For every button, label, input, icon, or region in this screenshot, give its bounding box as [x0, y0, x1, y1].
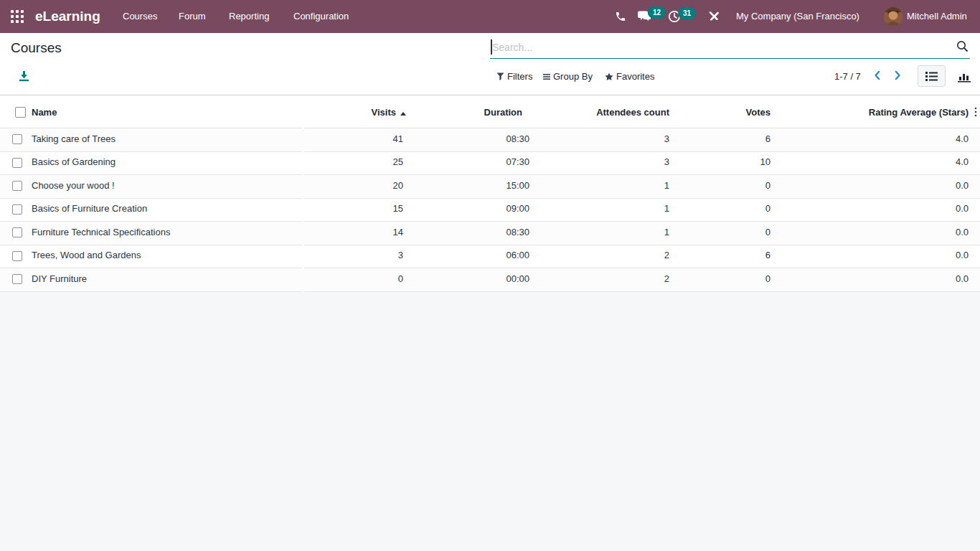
- row-votes: 10: [672, 152, 773, 176]
- row-checkbox[interactable]: [12, 251, 22, 261]
- app-brand[interactable]: eLearning: [35, 0, 100, 33]
- favorites-button[interactable]: Favorites: [605, 68, 654, 85]
- pager-next-icon[interactable]: [894, 70, 901, 80]
- row-duration: 09:00: [406, 199, 532, 222]
- column-header-attendees[interactable]: Attendees count: [532, 95, 672, 128]
- optional-columns-toggle[interactable]: [971, 95, 980, 128]
- row-rating: 0.0: [773, 199, 971, 222]
- row-attendees: 1: [532, 222, 672, 245]
- row-votes: 6: [672, 128, 773, 152]
- row-visits: 41: [304, 128, 406, 152]
- table-row[interactable]: Basics of Gardening2507:303104.0: [0, 152, 980, 176]
- column-header-duration[interactable]: Duration: [406, 95, 532, 128]
- row-visits: 15: [304, 199, 406, 222]
- row-checkbox-cell: [0, 128, 29, 152]
- row-votes: 6: [672, 245, 773, 269]
- chart-view-button[interactable]: [954, 65, 974, 87]
- filter-icon: [496, 72, 504, 81]
- column-header-visits[interactable]: Visits: [304, 95, 406, 128]
- row-trailing-cell: [971, 175, 980, 199]
- pager-prev-icon[interactable]: [874, 70, 881, 80]
- row-votes: 0: [672, 175, 773, 199]
- table-header-row: Name Visits Duration Attendees count Vot…: [0, 95, 980, 128]
- row-trailing-cell: [971, 199, 980, 222]
- row-checkbox[interactable]: [12, 181, 22, 191]
- row-rating: 4.0: [773, 152, 971, 176]
- row-checkbox[interactable]: [12, 158, 22, 168]
- row-attendees: 2: [532, 268, 672, 292]
- row-checkbox-cell: [0, 199, 29, 222]
- nav-menu-forum[interactable]: Forum: [179, 0, 206, 33]
- messages-badge[interactable]: 12: [648, 6, 666, 19]
- export-download-icon[interactable]: [19, 70, 29, 82]
- tools-icon[interactable]: [709, 11, 719, 22]
- groupby-button[interactable]: Group By: [543, 68, 593, 85]
- row-duration: 06:00: [406, 245, 532, 269]
- row-attendees: 2: [532, 245, 672, 269]
- nav-menu-configuration[interactable]: Configuration: [293, 0, 349, 33]
- table-row[interactable]: Trees, Wood and Gardens306:00260.0: [0, 245, 980, 269]
- row-trailing-cell: [971, 128, 980, 152]
- row-duration: 15:00: [406, 175, 532, 199]
- row-duration: 08:30: [406, 222, 532, 245]
- nav-menu-reporting[interactable]: Reporting: [229, 0, 269, 33]
- search-input[interactable]: Search...: [490, 37, 970, 59]
- column-header-name[interactable]: Name: [29, 95, 304, 128]
- company-switcher[interactable]: My Company (San Francisco): [736, 0, 859, 33]
- list-view: Name Visits Duration Attendees count Vot…: [0, 95, 980, 292]
- row-checkbox-cell: [0, 222, 29, 245]
- row-trailing-cell: [971, 222, 980, 245]
- bars-icon: [543, 73, 550, 80]
- row-name: Trees, Wood and Gardens: [29, 245, 304, 269]
- row-trailing-cell: [971, 245, 980, 269]
- row-checkbox-cell: [0, 268, 29, 292]
- avatar-photo: [884, 7, 903, 26]
- list-view-icon: [925, 71, 938, 82]
- row-attendees: 3: [532, 152, 672, 176]
- filters-button[interactable]: Filters: [496, 68, 532, 85]
- activities-badge[interactable]: 31: [678, 7, 696, 19]
- row-visits: 14: [304, 222, 406, 245]
- chart-view-icon: [957, 70, 971, 83]
- top-navbar: eLearning Courses Forum Reporting Config…: [0, 0, 980, 33]
- row-trailing-cell: [971, 268, 980, 292]
- row-duration: 07:30: [406, 152, 532, 176]
- apps-menu-icon[interactable]: [11, 10, 24, 23]
- row-attendees: 1: [532, 199, 672, 222]
- row-checkbox[interactable]: [12, 204, 22, 215]
- ellipsis-icon: [974, 107, 977, 117]
- select-all-checkbox[interactable]: [15, 107, 26, 118]
- nav-menu-courses[interactable]: Courses: [123, 0, 157, 33]
- table-row[interactable]: Taking care of Trees4108:30364.0: [0, 128, 980, 152]
- row-trailing-cell: [971, 152, 980, 176]
- column-header-rating[interactable]: Rating Average (Stars): [773, 95, 971, 128]
- row-name: Basics of Gardening: [29, 152, 304, 176]
- row-rating: 0.0: [773, 222, 971, 245]
- table-row[interactable]: Choose your wood !2015:00100.0: [0, 175, 980, 199]
- row-name: Taking care of Trees: [29, 128, 304, 152]
- row-checkbox[interactable]: [12, 274, 22, 284]
- row-rating: 0.0: [773, 268, 971, 292]
- table-row[interactable]: Basics of Furniture Creation1509:00100.0: [0, 199, 980, 222]
- row-rating: 0.0: [773, 245, 971, 269]
- user-name[interactable]: Mitchell Admin: [907, 0, 967, 33]
- row-checkbox[interactable]: [12, 134, 22, 144]
- list-view-button[interactable]: [918, 65, 946, 87]
- row-duration: 08:30: [406, 128, 532, 152]
- row-name: Furniture Technical Specifications: [29, 222, 304, 245]
- row-name: DIY Furniture: [29, 268, 304, 292]
- row-checkbox-cell: [0, 175, 29, 199]
- table-row[interactable]: DIY Furniture000:00200.0: [0, 268, 980, 292]
- phone-icon[interactable]: [615, 11, 626, 22]
- column-header-votes[interactable]: Votes: [672, 95, 773, 128]
- pager-range[interactable]: 1-7 / 7: [834, 68, 861, 85]
- search-icon[interactable]: [956, 40, 969, 52]
- row-checkbox-cell: [0, 152, 29, 176]
- page-title: Courses: [11, 40, 62, 56]
- user-avatar[interactable]: [884, 7, 903, 26]
- row-rating: 4.0: [773, 128, 971, 152]
- table-row[interactable]: Furniture Technical Specifications1408:3…: [0, 222, 980, 245]
- row-checkbox[interactable]: [12, 227, 22, 237]
- row-name: Basics of Furniture Creation: [29, 199, 304, 222]
- row-votes: 0: [672, 222, 773, 245]
